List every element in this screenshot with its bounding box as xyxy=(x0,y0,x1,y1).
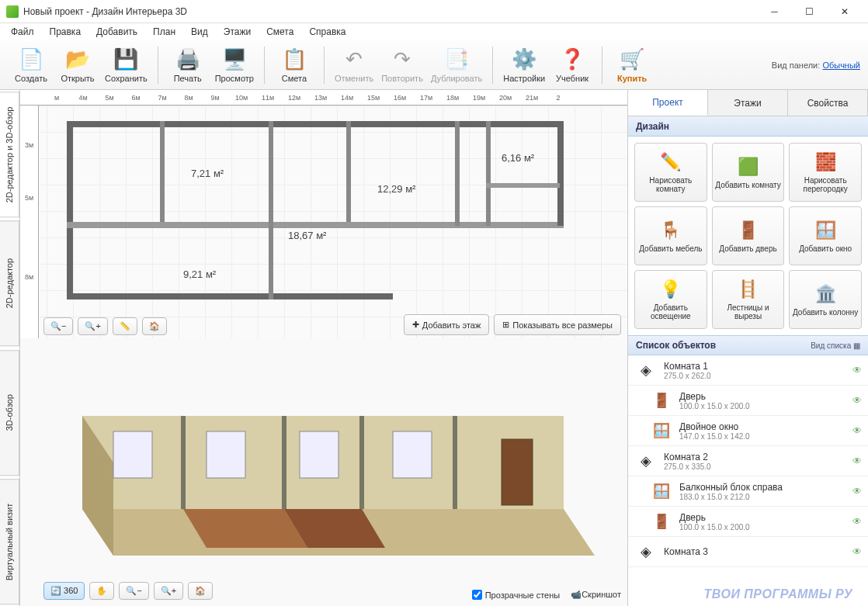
menu-view[interactable]: Вид xyxy=(185,25,214,39)
view-3d[interactable]: 🔄 360 ✋ 🔍− 🔍+ 🏠 Прозрачные стены 📹Скринш… xyxy=(20,338,627,606)
tool-add-column[interactable]: 🏛️Добавить колонну xyxy=(789,270,862,329)
menu-help[interactable]: Справка xyxy=(303,25,352,39)
section-design-head: Дизайн xyxy=(628,116,868,137)
tool-add-furniture[interactable]: 🪑Добавить мебель xyxy=(634,206,707,265)
floorplan[interactable]: 7,21 м² 18,67 м² 12,29 м² 6,16 м² 9,21 м… xyxy=(67,121,564,315)
transparent-walls-checkbox[interactable]: Прозрачные стены xyxy=(472,590,560,600)
side-tab-props[interactable]: Свойства xyxy=(788,90,868,116)
object-item[interactable]: 🪟 Балконный блок справа183.0 x 15.0 x 21… xyxy=(628,476,868,507)
visibility-toggle-icon[interactable]: 👁 xyxy=(852,425,862,436)
object-item[interactable]: 🪟 Двойное окно147.0 x 15.0 x 142.0 👁 xyxy=(628,416,868,446)
notepad-icon: 📋 xyxy=(282,47,307,72)
vtab-2d-3d[interactable]: 2D-редактор и 3D-обзор xyxy=(0,92,19,217)
visibility-toggle-icon[interactable]: 👁 xyxy=(852,365,862,376)
add-floor-button[interactable]: ✚Добавить этаж xyxy=(404,314,489,335)
visibility-toggle-icon[interactable]: 👁 xyxy=(852,395,862,406)
side-tab-floors[interactable]: Этажи xyxy=(708,90,788,116)
panel-mode-link[interactable]: Обычный xyxy=(822,61,860,70)
tool-add-window[interactable]: 🪟Добавить окно xyxy=(789,206,862,265)
object-dimensions: 275.0 x 262.0 xyxy=(664,372,852,380)
tb-open[interactable]: 📂Открыть xyxy=(54,45,101,85)
tb-print[interactable]: 🖨️Печать xyxy=(165,45,211,85)
tool-add-room[interactable]: 🟩Добавить комнату xyxy=(712,143,785,202)
visibility-toggle-icon[interactable]: 👁 xyxy=(852,546,862,557)
tb-estimate[interactable]: 📋Смета xyxy=(271,45,318,85)
redo-icon: ↷ xyxy=(390,47,415,72)
tool-add-lighting[interactable]: 💡Добавить освещение xyxy=(634,270,707,329)
visibility-toggle-icon[interactable]: 👁 xyxy=(852,516,862,527)
rotate-360-button[interactable]: 🔄 360 xyxy=(43,582,85,600)
tool-draw-room[interactable]: ✏️Нарисовать комнату xyxy=(634,143,707,202)
pan-button[interactable]: ✋ xyxy=(89,582,114,600)
menu-estimate[interactable]: Смета xyxy=(260,25,300,39)
tb-preview[interactable]: 🖥️Просмотр xyxy=(211,45,258,85)
show-dims-button[interactable]: ⊞Показывать все размеры xyxy=(494,314,621,335)
printer-icon: 🖨️ xyxy=(175,47,200,72)
minimize-button[interactable]: ─ xyxy=(757,1,792,23)
object-item[interactable]: 🚪 Дверь100.0 x 15.0 x 200.0 👁 xyxy=(628,507,868,537)
object-list[interactable]: ◈ Комната 1275.0 x 262.0 👁🚪 Дверь100.0 x… xyxy=(628,355,868,606)
window-title: Новый проект - Дизайн Интерьера 3D xyxy=(23,6,757,17)
close-button[interactable]: ✕ xyxy=(827,1,862,23)
visibility-toggle-icon[interactable]: 👁 xyxy=(852,486,862,497)
svg-rect-8 xyxy=(207,431,245,478)
menu-add[interactable]: Добавить xyxy=(90,25,144,39)
tool-draw-wall[interactable]: 🧱Нарисовать перегородку xyxy=(789,143,862,202)
zoom-out-icon: 🔍− xyxy=(126,586,141,596)
window-icon: 🪟 xyxy=(814,220,836,241)
add-floor-icon: ✚ xyxy=(412,320,419,330)
vtab-virtual[interactable]: Виртуальный визит xyxy=(0,479,19,604)
screenshot-button[interactable]: 📹Скриншот xyxy=(571,590,621,600)
door-icon: 🚪 xyxy=(737,220,759,241)
tb-create[interactable]: 📄Создать xyxy=(8,45,54,85)
tool-add-door[interactable]: 🚪Добавить дверь xyxy=(712,206,785,265)
menu-edit[interactable]: Правка xyxy=(43,25,88,39)
menu-plan[interactable]: План xyxy=(147,25,182,39)
side-tab-project[interactable]: Проект xyxy=(628,90,708,116)
svg-rect-9 xyxy=(300,431,339,478)
object-name: Дверь xyxy=(679,512,852,523)
tb-tutorial[interactable]: ❓Учебник xyxy=(549,45,595,85)
zoom-in-3d-button[interactable]: 🔍+ xyxy=(154,582,183,600)
column-icon: 🏛️ xyxy=(814,283,836,305)
svg-rect-10 xyxy=(393,431,432,478)
vtab-3d[interactable]: 3D-обзор xyxy=(0,350,19,476)
zoom-out-button[interactable]: 🔍− xyxy=(43,317,73,335)
object-item[interactable]: ◈ Комната 2275.0 x 335.0 👁 xyxy=(628,446,868,476)
dims-icon: ⊞ xyxy=(502,320,509,330)
object-item[interactable]: ◈ Комната 1275.0 x 262.0 👁 xyxy=(628,355,868,386)
tb-buy[interactable]: 🛒Купить xyxy=(609,45,655,85)
bulb-icon: 💡 xyxy=(660,279,682,300)
room-area-3: 12,29 м² xyxy=(377,183,415,195)
new-file-icon: 📄 xyxy=(19,47,43,72)
tb-save[interactable]: 💾Сохранить xyxy=(101,45,151,85)
plan-right-buttons: ✚Добавить этаж ⊞Показывать все размеры xyxy=(404,314,621,335)
menu-file[interactable]: Файл xyxy=(5,25,40,39)
zoom-in-button[interactable]: 🔍+ xyxy=(78,317,107,335)
object-item[interactable]: ◈ Комната 3 👁 xyxy=(628,537,868,567)
object-name: Комната 1 xyxy=(664,361,852,372)
object-item[interactable]: 🚪 Дверь100.0 x 15.0 x 200.0 👁 xyxy=(628,386,868,416)
tb-redo: ↷Повторить xyxy=(377,45,427,85)
zoom-out-3d-button[interactable]: 🔍− xyxy=(119,582,148,600)
visibility-toggle-icon[interactable]: 👁 xyxy=(852,455,862,466)
object-dimensions: 147.0 x 15.0 x 142.0 xyxy=(679,432,852,441)
vtab-2d[interactable]: 2D-редактор xyxy=(0,220,19,346)
object-name: Дверь xyxy=(679,391,852,402)
folder-open-icon: 📂 xyxy=(65,47,90,72)
menubar: Файл Правка Добавить План Вид Этажи Смет… xyxy=(0,23,868,40)
list-mode-link[interactable]: Вид списка ▦ xyxy=(811,341,860,350)
home-3d-button[interactable]: 🏠 xyxy=(188,582,213,600)
object-type-icon: 🪟 xyxy=(650,480,673,503)
home-button[interactable]: 🏠 xyxy=(142,317,167,335)
tb-settings[interactable]: ⚙️Настройки xyxy=(499,45,549,85)
menu-floors[interactable]: Этажи xyxy=(217,25,257,39)
camera-icon: 📹 xyxy=(571,590,582,599)
maximize-button[interactable]: ☐ xyxy=(792,1,827,23)
left-vertical-tabs: 2D-редактор и 3D-обзор 2D-редактор 3D-об… xyxy=(0,90,20,606)
tool-stairs[interactable]: 🪜Лестницы и вырезы xyxy=(712,270,785,329)
object-list-head: Список объектов Вид списка ▦ xyxy=(628,335,868,355)
plan-2d-view[interactable]: 3м5м8м 7,21 м² 18,67 м² 12,29 м² 6,16 м²… xyxy=(20,106,627,338)
add-room-icon: 🟩 xyxy=(737,156,759,178)
measure-button[interactable]: 📏 xyxy=(113,317,137,335)
